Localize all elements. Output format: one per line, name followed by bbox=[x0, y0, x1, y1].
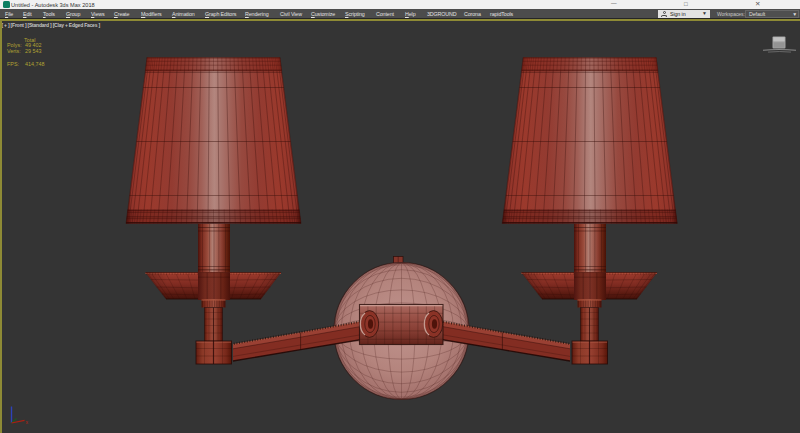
svg-text:29 543: 29 543 bbox=[25, 48, 42, 54]
svg-text:Verts:: Verts: bbox=[7, 48, 21, 54]
svg-text:[ + ] [Front ] [Standard ] [Cl: [ + ] [Front ] [Standard ] [Clay + Edged… bbox=[2, 22, 101, 28]
svg-text:414,748: 414,748 bbox=[25, 61, 45, 67]
svg-text:FPS:: FPS: bbox=[7, 61, 19, 67]
